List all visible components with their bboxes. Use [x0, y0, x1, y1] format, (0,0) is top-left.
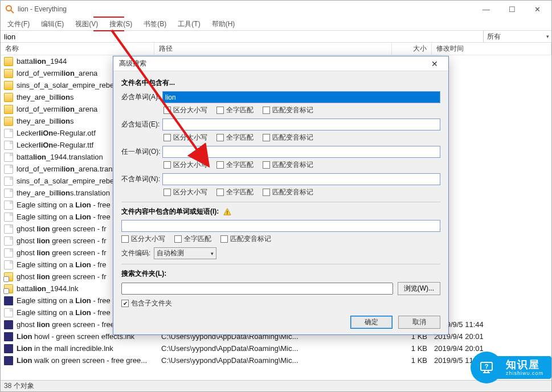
file-icon [4, 141, 13, 150]
menu-help[interactable]: 帮助(H) [206, 18, 241, 30]
input-search-folder[interactable] [121, 283, 393, 295]
cancel-button[interactable]: 取消 [398, 316, 440, 329]
svg-text:?: ? [485, 363, 489, 370]
list-item[interactable]: Lion walk on green screen - free gree...… [1, 354, 551, 366]
watermark-icon: ? [478, 359, 495, 376]
svg-text:!: ! [226, 209, 228, 215]
chk-diacritics-3[interactable]: 匹配变音标记 [263, 160, 313, 170]
search-row: 所有 ▾ [1, 30, 551, 43]
minimize-button[interactable]: — [473, 1, 499, 18]
search-input[interactable] [1, 31, 483, 42]
chk-case-content[interactable]: 区分大小写 [121, 234, 165, 244]
ps-icon [4, 332, 13, 341]
file-date: 2019/9/5 11:44 [432, 320, 551, 329]
dialog-title: 高级搜索 [119, 59, 423, 68]
file-icon [4, 213, 13, 222]
chk-diacritics-1[interactable]: 匹配变音标记 [263, 105, 313, 115]
browse-button[interactable]: 浏览(W)... [398, 282, 440, 295]
chk-whole-content[interactable]: 全字匹配 [174, 234, 211, 244]
warning-icon: ! [223, 208, 231, 216]
file-icon [4, 189, 13, 198]
menu-tools[interactable]: 工具(T) [172, 18, 206, 30]
input-phrase[interactable] [162, 119, 440, 130]
app-icon [5, 5, 14, 14]
menu-file[interactable]: 文件(F) [2, 18, 35, 30]
status-bar: 38 个对象 [1, 380, 551, 391]
menu-edit[interactable]: 编辑(E) [35, 18, 69, 30]
input-any-words[interactable] [162, 146, 440, 158]
dialog-titlebar[interactable]: 高级搜索 ✕ [113, 56, 448, 71]
window-title: lion - Everything [18, 5, 67, 13]
file-path: C:\Users\yypond\AppData\Roaming\Mic... [159, 356, 392, 365]
chk-case-3[interactable]: 区分大小写 [163, 160, 207, 170]
ok-button[interactable]: 确定 [350, 316, 392, 329]
section-filename-title: 文件名中包含有... [121, 78, 440, 88]
file-icon [4, 129, 13, 138]
menubar: 文件(F) 编辑(E) 视图(V) 搜索(S) 书签(B) 工具(T) 帮助(H… [1, 18, 551, 30]
svg-point-0 [6, 6, 11, 11]
chevron-down-icon: ▾ [546, 34, 549, 39]
file-icon [4, 165, 13, 174]
folder-icon [4, 81, 13, 90]
file-icon [4, 201, 13, 210]
chk-whole-2[interactable]: 全字匹配 [216, 133, 253, 142]
close-button[interactable]: ✕ [525, 1, 550, 18]
folder-icon [4, 117, 13, 126]
chk-case-1[interactable]: 区分大小写 [163, 105, 207, 115]
dialog-close-button[interactable]: ✕ [423, 58, 446, 70]
folder-icon [4, 105, 13, 114]
ps-icon [4, 356, 13, 365]
lnk-icon [4, 284, 13, 293]
file-icon [4, 177, 13, 186]
col-name[interactable]: 名称 [1, 43, 154, 55]
chk-diacritics-content[interactable]: 匹配变音标记 [220, 234, 271, 244]
folder-icon [4, 69, 13, 78]
label-phrase: 必含短语(E): [121, 120, 162, 129]
col-date[interactable]: 修改时间 [432, 43, 551, 55]
file-icon [4, 260, 13, 270]
folder-icon [4, 93, 13, 102]
input-none-words[interactable] [162, 173, 440, 185]
ps-icon [4, 344, 13, 353]
file-icon [4, 224, 13, 234]
watermark-subtitle: zhishiwu.com [506, 371, 543, 376]
col-path[interactable]: 路径 [154, 43, 392, 55]
chk-case-4[interactable]: 区分大小写 [163, 187, 207, 197]
menu-view[interactable]: 视图(V) [69, 18, 104, 30]
svg-line-1 [11, 10, 14, 13]
encoding-select[interactable]: 自动检测 ▾ [154, 247, 216, 259]
chk-include-subfolders[interactable]: ✔包含子文件夹 [121, 299, 172, 308]
col-size[interactable]: 大小 [392, 43, 432, 55]
label-encoding: 文件编码: [121, 248, 150, 258]
filter-label: 所有 [487, 32, 501, 42]
file-name: Lion in the mall incredible.lnk [17, 344, 159, 353]
column-headers: 名称 路径 大小 修改时间 [1, 43, 551, 55]
watermark-title: 知识屋 [506, 360, 543, 370]
section-folder-title: 搜索文件夹(L): [121, 269, 440, 279]
chk-diacritics-4[interactable]: 匹配变音标记 [263, 187, 313, 197]
section-content-title: 文件内容中包含的单词或短语(I): ! [121, 207, 440, 217]
file-icon [4, 236, 13, 246]
chk-case-2[interactable]: 区分大小写 [163, 133, 207, 142]
file-icon [4, 248, 13, 258]
input-all-words[interactable] [162, 91, 440, 103]
advanced-search-dialog: 高级搜索 ✕ 文件名中包含有... 必含单词(A): 区分大小写 全字匹配 匹配… [113, 56, 449, 335]
chk-whole-3[interactable]: 全字匹配 [216, 160, 253, 170]
chk-whole-4[interactable]: 全字匹配 [216, 187, 253, 197]
titlebar: lion - Everything — ☐ ✕ [1, 1, 551, 18]
ps-icon [4, 296, 13, 305]
file-size: 1 KB [392, 356, 432, 365]
input-content-words[interactable] [121, 220, 440, 232]
status-text: 38 个对象 [4, 381, 34, 391]
menu-search[interactable]: 搜索(S) [104, 18, 138, 30]
list-item[interactable]: Lion in the mall incredible.lnkC:\Users\… [1, 342, 551, 354]
label-all-words: 必含单词(A): [121, 92, 162, 102]
folder-icon [4, 57, 13, 66]
file-icon [4, 153, 13, 162]
maximize-button[interactable]: ☐ [499, 1, 525, 18]
file-date: 2019/9/4 20:01 [432, 332, 551, 341]
menu-bookmarks[interactable]: 书签(B) [138, 18, 172, 30]
filter-select[interactable]: 所有 ▾ [483, 31, 551, 42]
chk-whole-1[interactable]: 全字匹配 [216, 105, 253, 115]
chk-diacritics-2[interactable]: 匹配变音标记 [263, 133, 313, 142]
